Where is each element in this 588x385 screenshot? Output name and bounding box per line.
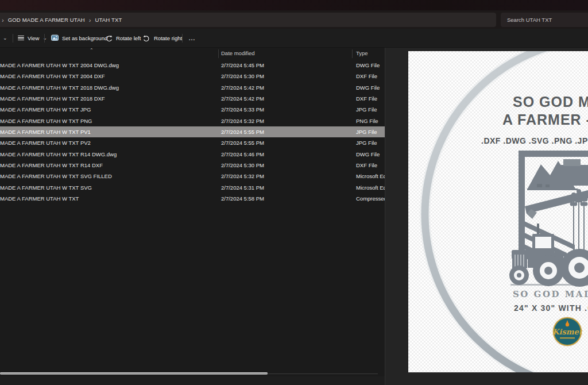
file-name: MADE A FARMER UTAH W TXT R14 DXF (0, 160, 103, 171)
picture-icon (51, 34, 59, 41)
file-name: MADE A FARMER UTAH W TXT PV1 (0, 126, 91, 137)
kismet-logo-text: Kismet (552, 328, 583, 336)
file-name: MADE A FARMER UTAH W TXT R14 DWG.dwg (0, 149, 117, 160)
file-type: JPG File (356, 137, 385, 148)
file-date-modified: 2/7/2024 5:42 PM (221, 93, 264, 104)
more-options-button[interactable]: … (185, 29, 199, 47)
file-name: MADE A FARMER UTAH W TXT SVG (0, 182, 92, 193)
scrollbar-thumb[interactable] (0, 372, 268, 375)
design-headline-line1: SO GOD M (513, 94, 588, 110)
search-input[interactable] (506, 16, 581, 24)
file-type: JPG File (356, 126, 385, 137)
breadcrumb-item-parent-folder[interactable]: GOD MADE A FARMER UTAH (8, 17, 85, 23)
set-as-background-button[interactable]: Set as background (48, 29, 110, 47)
preview-pane: SO GOD M A FARMER - .DXF .DWG .SVG .PNG … (408, 51, 588, 372)
table-row[interactable]: MADE A FARMER UTAH W TXT 2018 DWG.dwg 2/… (0, 82, 385, 93)
file-name: MADE A FARMER UTAH W TXT 2004 DWG.dwg (0, 60, 119, 71)
design-size-line: 24" X 30" WITH .05 (514, 303, 588, 313)
file-name: MADE A FARMER UTAH W TXT (0, 193, 79, 204)
toolbar-separator (13, 34, 13, 43)
file-type: Microsoft Edge (356, 171, 385, 182)
toolbar-separator (182, 34, 183, 43)
file-type: JPG File (356, 104, 385, 115)
file-list-pane: ⌃ Date modified Type MADE A FARMER UTAH … (0, 48, 385, 376)
sort-ascending-icon: ⌃ (90, 48, 94, 53)
file-type: Microsoft Edge (356, 182, 385, 193)
design-formats-line: .DXF .DWG .SVG .PNG .JPG D (481, 136, 588, 145)
column-header-type[interactable]: Type (356, 50, 368, 56)
file-date-modified: 2/7/2024 5:32 PM (221, 171, 264, 182)
file-name: MADE A FARMER UTAH W TXT SVG FILLED (0, 171, 112, 182)
table-row[interactable]: MADE A FARMER UTAH W TXT 2004 DWG.dwg 2/… (0, 60, 385, 71)
file-date-modified: 2/7/2024 5:55 PM (221, 126, 264, 137)
file-rows: MADE A FARMER UTAH W TXT 2004 DWG.dwg 2/… (0, 60, 385, 204)
rotate-left-button[interactable]: Rotate left (102, 29, 144, 47)
file-name: MADE A FARMER UTAH W TXT 2018 DWG.dwg (0, 82, 119, 93)
rotate-left-icon (105, 34, 113, 41)
file-date-modified: 2/7/2024 5:31 PM (221, 182, 264, 193)
table-row[interactable]: MADE A FARMER UTAH W TXT SVG FILLED 2/7/… (0, 171, 385, 182)
toolbar-separator (44, 34, 45, 43)
file-date-modified: 2/7/2024 5:46 PM (221, 149, 264, 160)
horizontal-scrollbar (0, 372, 378, 376)
kismet-logo: Kismet (552, 317, 583, 346)
file-name: MADE A FARMER UTAH W TXT PNG (0, 116, 92, 126)
file-type: DXF File (356, 93, 385, 104)
column-header-date-modified[interactable]: Date modified (221, 50, 255, 56)
table-row[interactable]: MADE A FARMER UTAH W TXT 2018 DXF 2/7/20… (0, 93, 385, 104)
file-date-modified: 2/7/2024 5:55 PM (221, 137, 264, 148)
chevron-down-icon: ⌄ (42, 35, 47, 41)
address-bar[interactable]: › GOD MADE A FARMER UTAH › UTAH TXT (0, 13, 496, 27)
table-row[interactable]: MADE A FARMER UTAH W TXT PV1 2/7/2024 5:… (0, 126, 385, 137)
table-row[interactable]: MADE A FARMER UTAH W TXT 2004 DXF 2/7/20… (0, 71, 385, 82)
file-date-modified: 2/7/2024 5:58 PM (221, 193, 264, 204)
file-date-modified: 2/7/2024 5:45 PM (221, 60, 264, 71)
status-strip (0, 376, 385, 385)
file-date-modified: 2/7/2024 5:30 PM (221, 160, 264, 171)
file-type: DWG File (356, 82, 385, 93)
file-date-modified: 2/7/2024 5:32 PM (221, 116, 264, 126)
view-button-label: View (28, 35, 39, 41)
preview-design-svg: SO GOD M A FARMER - .DXF .DWG .SVG .PNG … (408, 51, 588, 372)
rotate-right-button[interactable]: Rotate right (140, 29, 185, 47)
file-type: DXF File (356, 160, 385, 171)
table-row[interactable]: MADE A FARMER UTAH W TXT R14 DXF 2/7/202… (0, 160, 385, 171)
file-explorer-window: › GOD MADE A FARMER UTAH › UTAH TXT ⌄ Vi… (0, 0, 588, 385)
table-row[interactable]: MADE A FARMER UTAH W TXT R14 DWG.dwg 2/7… (0, 149, 385, 160)
table-row[interactable]: MADE A FARMER UTAH W TXT JPG 2/7/2024 5:… (0, 104, 385, 115)
table-row[interactable]: MADE A FARMER UTAH W TXT SVG 2/7/2024 5:… (0, 182, 385, 193)
file-type: DWG File (356, 149, 385, 160)
file-type: PNG File (356, 116, 385, 126)
column-separator[interactable] (352, 49, 353, 58)
table-row[interactable]: MADE A FARMER UTAH W TXT PNG 2/7/2024 5:… (0, 116, 385, 126)
column-separator[interactable] (218, 49, 219, 58)
column-header-row: ⌃ Date modified Type (0, 48, 385, 60)
file-name: MADE A FARMER UTAH W TXT JPG (0, 104, 91, 115)
more-options-icon: … (188, 34, 196, 42)
breadcrumb-item-current-folder[interactable]: UTAH TXT (95, 17, 122, 23)
toolbar-expand-button[interactable]: ⌄ (0, 29, 10, 47)
file-name: MADE A FARMER UTAH W TXT 2018 DXF (0, 93, 105, 104)
file-date-modified: 2/7/2024 5:33 PM (221, 104, 264, 115)
file-name: MADE A FARMER UTAH W TXT PV2 (0, 137, 91, 148)
chevron-down-icon: ⌄ (3, 35, 7, 41)
rotate-left-label: Rotate left (116, 35, 141, 41)
design-stylized-title: SO GOD MADE A (513, 289, 588, 299)
file-date-modified: 2/7/2024 5:30 PM (221, 71, 264, 82)
rotate-right-label: Rotate right (154, 35, 182, 41)
file-type: Compressed (zip (356, 193, 385, 204)
file-date-modified: 2/7/2024 5:42 PM (221, 82, 264, 93)
design-headline-line2: A FARMER - (502, 111, 588, 128)
table-row[interactable]: MADE A FARMER UTAH W TXT 2/7/2024 5:58 P… (0, 193, 385, 204)
title-bar (0, 0, 588, 10)
breadcrumb-chevron-icon: › (2, 17, 8, 24)
file-type: DWG File (356, 60, 385, 71)
command-toolbar: ⌄ View ⌄ Set as background Rotate left (0, 29, 588, 48)
file-type: DXF File (356, 71, 385, 82)
breadcrumb-chevron-icon: › (85, 17, 95, 24)
view-layout-icon (18, 34, 24, 42)
rotate-right-icon (143, 34, 150, 41)
table-row[interactable]: MADE A FARMER UTAH W TXT PV2 2/7/2024 5:… (0, 137, 385, 148)
file-name: MADE A FARMER UTAH W TXT 2004 DXF (0, 71, 105, 82)
farm-scene-graphic (509, 151, 588, 287)
